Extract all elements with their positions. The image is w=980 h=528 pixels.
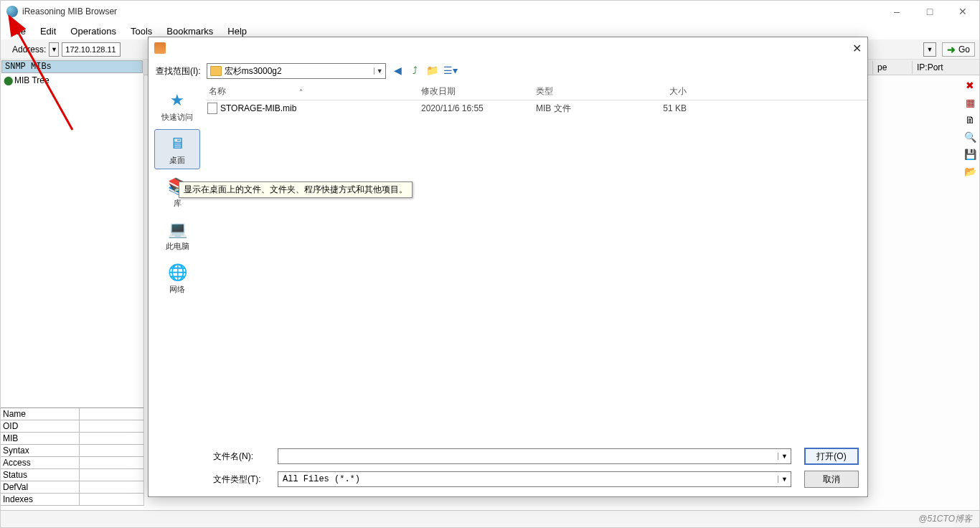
delete-icon[interactable]: ✖	[963, 80, 976, 93]
open-button[interactable]: 打开(O)	[804, 448, 859, 465]
menu-edit[interactable]: Edit	[33, 24, 63, 38]
app-icon	[6, 6, 18, 17]
col-date[interactable]: 修改日期	[421, 85, 536, 98]
col-ipport[interactable]: IP:Port	[912, 61, 955, 74]
file-row[interactable]: STORAGE-MIB.mib 2020/11/6 16:55 MIB 文件 5…	[206, 100, 867, 116]
properties-table: Name OID MIB Syntax Access Status DefVal…	[1, 407, 143, 506]
menu-file[interactable]: File	[4, 24, 33, 38]
nav-icons: ◀ ⤴ 📁 ☰▾	[392, 65, 456, 77]
mib-tree-header: SNMP MIBs	[1, 60, 143, 73]
sort-asc-icon: ˄	[299, 88, 303, 96]
address-value: 172.10.128.11	[62, 45, 120, 54]
filetype-value: All Files (*.*)	[278, 474, 778, 484]
operations-dd[interactable]: ▼	[923, 42, 936, 57]
range-dropdown-icon[interactable]: ▼	[374, 67, 385, 75]
filename-dd-icon[interactable]: ▼	[778, 453, 791, 460]
go-label: Go	[958, 44, 970, 55]
prop-defval-label: DefVal	[1, 481, 80, 493]
col-size[interactable]: 大小	[636, 85, 694, 98]
save-icon[interactable]: 💾	[963, 148, 976, 161]
range-label: 查找范围(I):	[156, 65, 201, 77]
prop-indexes-label: Indexes	[1, 494, 80, 505]
view-icon[interactable]: ☰▾	[443, 65, 456, 77]
place-network[interactable]: 🌐 网络	[154, 258, 200, 298]
watermark: @51CTO博客	[918, 513, 972, 525]
vertical-toolbar: ✖ ▦ 🗎 🔍 💾 📂	[961, 75, 979, 179]
network-icon: 🌐	[166, 263, 189, 283]
desktop-icon: 🖥	[166, 133, 189, 154]
desktop-tooltip: 显示在桌面上的文件、文件夹、程序快捷方式和其他项目。	[179, 182, 413, 198]
range-combo[interactable]: 宏杉ms3000g2 ▼	[207, 63, 386, 79]
go-button[interactable]: ➜ Go	[942, 42, 975, 57]
menu-bookmarks[interactable]: Bookmarks	[159, 24, 220, 38]
lookup-row: 查找范围(I): 宏杉ms3000g2 ▼ ◀ ⤴ 📁 ☰▾	[149, 59, 867, 83]
filename-label: 文件名(N):	[213, 451, 270, 463]
dialog-bottom: 文件名(N): ▼ 打开(O) 文件类型(T): All Files (*.*)…	[149, 442, 867, 496]
up-icon[interactable]: ⤴	[409, 65, 422, 77]
table-icon[interactable]: ▦	[963, 97, 976, 110]
filename-input[interactable]: ▼	[278, 448, 791, 464]
folder-icon	[210, 66, 222, 76]
prop-syntax-label: Syntax	[1, 445, 80, 456]
app-title: iReasoning MIB Browser	[22, 6, 117, 16]
col-type[interactable]: pe	[872, 61, 912, 74]
menu-operations[interactable]: Operations	[63, 24, 123, 38]
range-value: 宏杉ms3000g2	[225, 65, 374, 77]
place-quickaccess[interactable]: ★ 快速访问	[154, 86, 200, 126]
address-label: Address:	[12, 44, 46, 55]
maximize-button[interactable]: □	[913, 1, 946, 22]
tree-root-label: MIB Tree	[14, 75, 50, 85]
main-window: iReasoning MIB Browser – □ ✕ File Edit O…	[0, 0, 980, 528]
col-name[interactable]: 名称 ˄	[206, 85, 421, 98]
prop-access-label: Access	[1, 457, 80, 468]
file-name: STORAGE-MIB.mib	[220, 103, 296, 113]
filetype-dd-icon[interactable]: ▼	[778, 476, 791, 483]
status-bar: @51CTO博客	[1, 510, 979, 527]
titlebar: iReasoning MIB Browser	[1, 1, 979, 22]
file-icon	[207, 103, 217, 114]
places-bar: ★ 快速访问 🖥 桌面 📚 库 💻 此电脑	[149, 83, 206, 442]
minimize-button[interactable]: –	[880, 1, 913, 22]
window-controls: – □ ✕	[880, 1, 979, 22]
col-type[interactable]: 类型	[536, 85, 636, 98]
dialog-close-button[interactable]: ✕	[852, 42, 862, 55]
folder-open-icon[interactable]: 📂	[963, 166, 976, 179]
prop-oid-label: OID	[1, 420, 80, 432]
address-combo[interactable]: 172.10.128.11	[62, 42, 121, 57]
cancel-button[interactable]: 取消	[804, 471, 859, 488]
prop-mib-label: MIB	[1, 433, 80, 444]
java-icon	[154, 42, 166, 54]
back-icon[interactable]: ◀	[392, 65, 405, 77]
close-button[interactable]: ✕	[946, 1, 979, 22]
file-date: 2020/11/6 16:55	[421, 103, 536, 113]
file-list: 名称 ˄ 修改日期 类型 大小 STORAGE-MIB.mib 2020/11/…	[206, 83, 867, 442]
filetype-combo[interactable]: All Files (*.*) ▼	[278, 471, 791, 487]
place-thispc[interactable]: 💻 此电脑	[154, 215, 200, 255]
place-desktop[interactable]: 🖥 桌面	[154, 129, 200, 169]
tree-root-icon: ⬤	[4, 75, 13, 85]
menu-help[interactable]: Help	[220, 24, 254, 38]
dialog-main: ★ 快速访问 🖥 桌面 📚 库 💻 此电脑	[149, 83, 867, 442]
left-pane: SNMP MIBs ⬤MIB Tree Name OID MIB Syntax …	[1, 60, 144, 506]
file-size: 51 KB	[636, 103, 694, 113]
filetype-label: 文件类型(T):	[213, 473, 270, 486]
file-open-dialog: ✕ 查找范围(I): 宏杉ms3000g2 ▼ ◀ ⤴ 📁 ☰▾	[148, 37, 868, 497]
go-arrow-icon: ➜	[947, 44, 956, 55]
file-list-header: 名称 ˄ 修改日期 类型 大小	[206, 83, 867, 100]
menu-tools[interactable]: Tools	[123, 24, 159, 38]
file-type: MIB 文件	[536, 103, 636, 115]
prop-name-label: Name	[1, 408, 80, 420]
address-history-dd[interactable]: ▼	[49, 42, 59, 57]
star-icon: ★	[166, 90, 189, 110]
new-folder-icon[interactable]: 📁	[426, 65, 439, 77]
dialog-titlebar	[149, 37, 867, 59]
pc-icon: 💻	[166, 220, 189, 240]
mib-tree[interactable]: ⬤MIB Tree	[1, 74, 143, 407]
search-icon[interactable]: 🔍	[963, 131, 976, 144]
document-icon[interactable]: 🗎	[963, 114, 976, 127]
prop-status-label: Status	[1, 469, 80, 481]
